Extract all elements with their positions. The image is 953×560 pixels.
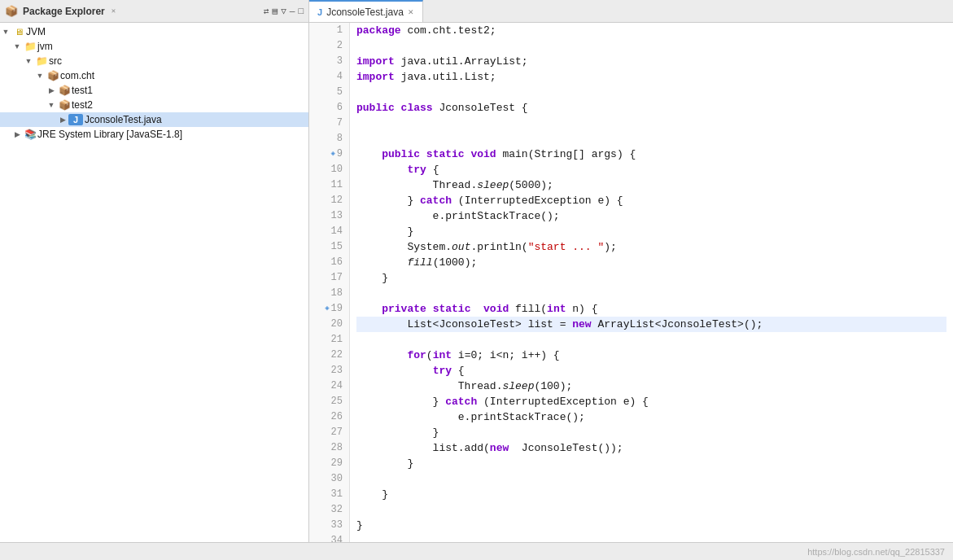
code-line-28: list.add(new JconsoleTest()); <box>356 440 946 456</box>
code-editor[interactable]: 1 2 3 4 5 6 7 8 ◈9 10 11 12 13 14 15 16 <box>309 23 953 542</box>
code-line-18 <box>356 286 946 301</box>
tree-arrow-src: ▼ <box>23 57 34 65</box>
code-line-1: package com.cht.test2; <box>356 23 946 38</box>
code-line-15: System.out.println("start ... "); <box>356 239 946 255</box>
code-line-17: } <box>356 270 946 286</box>
explorer-header-panel: 📦 Package Explorer ✕ ⇄ ▤ ▽ — □ <box>0 0 309 22</box>
code-line-33: } <box>356 518 946 533</box>
tree: ▼ 🖥 JVM ▼ 📁 jvm ▼ 📁 src <box>0 23 308 143</box>
code-line-34 <box>356 533 946 542</box>
code-line-11: Thread.sleep(5000); <box>356 177 946 193</box>
code-line-32 <box>356 502 946 518</box>
editor-tab[interactable]: J JconsoleTest.java ✕ <box>309 0 423 22</box>
jvm-icon: 🖥 <box>11 27 26 37</box>
tree-label-jre: JRE System Library [JavaSE-1.8] <box>37 129 182 140</box>
code-line-22: for(int i=0; i<n; i++) { <box>356 348 946 363</box>
java-file-tree-icon: J <box>68 114 83 125</box>
explorer-tree-panel: ▼ 🖥 JVM ▼ 📁 jvm ▼ 📁 src <box>0 23 309 542</box>
tree-label-test1: test1 <box>72 85 93 96</box>
status-bar: https://blog.csdn.net/qq_22815337 <box>0 542 953 560</box>
tree-label-jvm-folder: jvm <box>37 41 53 52</box>
code-line-3: import java.util.ArrayList; <box>356 54 946 69</box>
code-line-27: } <box>356 425 946 440</box>
tree-arrow-test1: ▶ <box>46 86 57 94</box>
code-line-6: public class JconsoleTest { <box>356 100 946 116</box>
tree-label-jvm: JVM <box>26 26 46 37</box>
tree-item-src[interactable]: ▼ 📁 src <box>0 54 308 68</box>
tree-arrow-jvm-folder: ▼ <box>11 42 23 50</box>
tree-item-jvm-folder[interactable]: ▼ 📁 jvm <box>0 39 308 54</box>
folder-jvm-icon: 📁 <box>23 41 37 52</box>
tree-item-jvm[interactable]: ▼ 🖥 JVM <box>0 24 308 39</box>
tree-label-jconsoletest: JconsoleTest.java <box>85 114 162 125</box>
tree-item-jre[interactable]: ▶ 📚 JRE System Library [JavaSE-1.8] <box>0 127 308 142</box>
package-test2-icon: 📦 <box>57 99 72 111</box>
explorer-tab-close[interactable]: ✕ <box>111 7 116 15</box>
package-icon: 📦 <box>5 5 18 18</box>
code-line-16: fill(1000); <box>356 255 946 270</box>
package-test1-icon: 📦 <box>57 85 72 96</box>
tree-view-icon[interactable]: ▤ <box>273 6 278 16</box>
tree-item-test1[interactable]: ▶ 📦 test1 <box>0 83 308 98</box>
package-comcht-icon: 📦 <box>46 70 60 81</box>
code-line-21 <box>356 332 946 348</box>
code-line-5 <box>356 85 946 100</box>
code-line-2 <box>356 38 946 54</box>
tree-item-test2[interactable]: ▼ 📦 test2 <box>0 98 308 112</box>
tree-label-comcht: com.cht <box>60 70 94 81</box>
code-line-13: e.printStackTrace(); <box>356 208 946 224</box>
code-lines[interactable]: package com.cht.test2; import java.util.… <box>350 23 953 542</box>
jre-icon: 📚 <box>23 129 37 140</box>
code-line-20: List<JconsoleTest> list = new ArrayList<… <box>356 317 946 332</box>
tree-label-test2: test2 <box>72 99 93 111</box>
editor-tab-bar: J JconsoleTest.java ✕ <box>309 0 953 22</box>
editor-tab-label: JconsoleTest.java <box>326 7 404 18</box>
code-line-12: } catch (InterruptedException e) { <box>356 193 946 208</box>
code-line-30 <box>356 471 946 487</box>
code-line-31: } <box>356 487 946 502</box>
code-line-7 <box>356 116 946 131</box>
tree-arrow-test2: ▼ <box>46 101 57 109</box>
tree-arrow-comcht: ▼ <box>34 72 46 80</box>
editor-tab-close[interactable]: ✕ <box>408 8 414 16</box>
code-line-8 <box>356 131 946 147</box>
maximize-icon[interactable]: □ <box>298 7 304 16</box>
sync-icon[interactable]: ⇄ <box>264 6 269 16</box>
explorer-controls: ⇄ ▤ ▽ — □ <box>264 6 304 16</box>
minimize-icon[interactable]: — <box>290 7 295 16</box>
tree-item-jconsoletestjava[interactable]: ▶ J JconsoleTest.java <box>0 112 308 127</box>
folder-src-icon: 📁 <box>34 55 49 67</box>
code-line-24: Thread.sleep(100); <box>356 378 946 394</box>
code-line-26: e.printStackTrace(); <box>356 409 946 425</box>
tree-arrow-jvm: ▼ <box>0 28 11 36</box>
code-line-23: try { <box>356 363 946 378</box>
explorer-panel-title: Package Explorer <box>23 6 105 17</box>
java-file-icon: J <box>317 7 322 17</box>
tree-label-src: src <box>49 55 62 67</box>
code-line-14: } <box>356 224 946 239</box>
tree-item-comcht[interactable]: ▼ 📦 com.cht <box>0 68 308 83</box>
code-line-25: } catch (InterruptedException e) { <box>356 394 946 409</box>
tree-arrow-jre: ▶ <box>11 130 23 138</box>
code-line-29: } <box>356 456 946 471</box>
code-line-9: public static void main(String[] args) { <box>356 147 946 162</box>
code-line-10: try { <box>356 162 946 177</box>
code-line-19: private static void fill(int n) { <box>356 301 946 317</box>
line-numbers: 1 2 3 4 5 6 7 8 ◈9 10 11 12 13 14 15 16 <box>309 23 350 542</box>
tree-arrow-jconsoletest: ▶ <box>57 116 68 124</box>
watermark-text: https://blog.csdn.net/qq_22815337 <box>807 547 945 557</box>
arrow-icon[interactable]: ▽ <box>281 6 286 16</box>
code-content: 1 2 3 4 5 6 7 8 ◈9 10 11 12 13 14 15 16 <box>309 23 953 542</box>
code-line-4: import java.util.List; <box>356 69 946 85</box>
